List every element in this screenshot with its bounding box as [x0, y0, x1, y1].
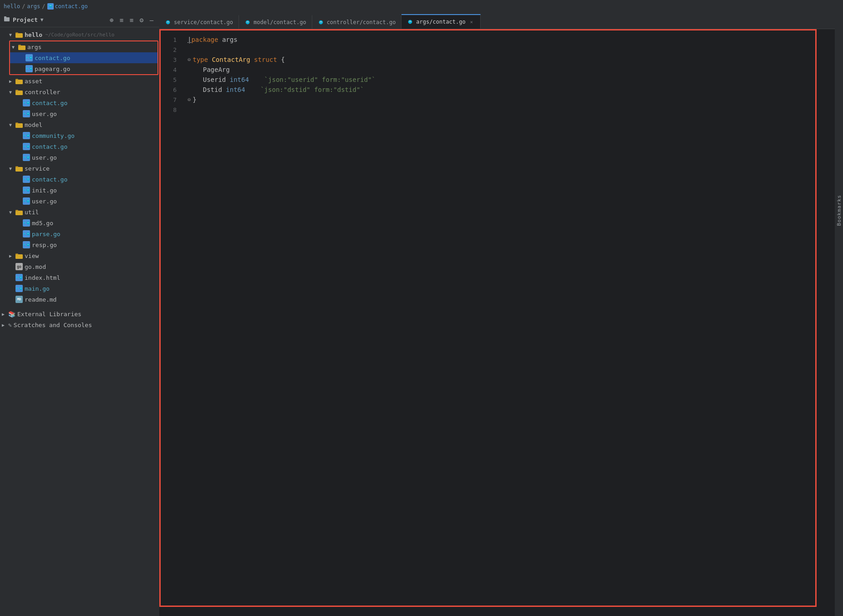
- tree-item-hello[interactable]: ▼ hello ~/Code/goRoot/src/hello: [0, 29, 159, 40]
- tool-sort[interactable]: ≡: [117, 16, 126, 24]
- tree-item-view[interactable]: ▶ view: [0, 250, 159, 261]
- args-label: args: [27, 44, 41, 50]
- svg-rect-23: [15, 79, 18, 80]
- svg-point-114: [408, 20, 412, 24]
- svg-point-52: [28, 157, 29, 157]
- code-line-4: PageArg: [188, 65, 835, 75]
- tree-item-main-go[interactable]: ▶ main.go: [0, 283, 159, 294]
- tree-item-index-html[interactable]: ▶ index.html: [0, 272, 159, 283]
- sidebar-dropdown-arrow[interactable]: ▼: [41, 17, 44, 23]
- svg-point-60: [26, 189, 29, 192]
- tree-item-readme-md[interactable]: ▶ MD readme.md: [0, 294, 159, 305]
- tree-item-contact-go-service[interactable]: ▶ contact.go: [0, 174, 159, 185]
- svg-point-118: [411, 21, 411, 22]
- tree-item-user-go-controller[interactable]: ▶ user.go: [0, 108, 159, 119]
- svg-point-42: [28, 135, 29, 136]
- kw-type: type: [193, 56, 212, 63]
- svg-point-26: [26, 101, 29, 104]
- tree-item-user-go-model[interactable]: ▶ user.go: [0, 152, 159, 163]
- tree-item-model[interactable]: ▼ model: [0, 119, 159, 130]
- tree-item-service[interactable]: ▼ service: [0, 163, 159, 174]
- fold-marker-close[interactable]: ⊖: [188, 96, 191, 103]
- tree-item-contact-go-model[interactable]: ▶ contact.go: [0, 141, 159, 152]
- open-brace: {: [281, 56, 284, 63]
- svg-point-41: [27, 135, 28, 136]
- tool-sort2[interactable]: ≡: [127, 16, 136, 24]
- breadcrumb-hello[interactable]: hello: [4, 3, 20, 10]
- code-line-7: ⊖}: [188, 95, 835, 105]
- svg-point-102: [167, 21, 168, 22]
- tool-settings[interactable]: ⚙: [137, 16, 146, 24]
- folder-icon-view: [15, 253, 23, 259]
- tree-item-md5-go[interactable]: ▶ md5.go: [0, 217, 159, 228]
- go-file-icon-init: [23, 187, 30, 194]
- svg-point-94: [19, 287, 22, 290]
- svg-point-93: [21, 277, 21, 278]
- breadcrumb-args[interactable]: args: [27, 3, 40, 10]
- svg-point-30: [28, 102, 29, 103]
- code-content[interactable]: |package args ⊖type ContactArg struct { …: [182, 29, 835, 616]
- expand-arrow-args: ▼: [12, 45, 18, 50]
- html-file-icon: [15, 274, 23, 281]
- tab-label-model-contact: model/contact.go: [254, 19, 306, 25]
- tree-item-controller[interactable]: ▼ controller: [0, 86, 159, 97]
- svg-point-29: [27, 102, 28, 103]
- tab-args-contact[interactable]: args/contact.go ×: [401, 14, 480, 29]
- tool-close[interactable]: —: [147, 16, 156, 24]
- fold-marker-struct[interactable]: ⊖: [188, 56, 191, 63]
- expand-arrow-controller: ▼: [9, 90, 15, 95]
- tree-item-parse-go[interactable]: ▶ parse.go: [0, 228, 159, 239]
- tree-item-external-libs[interactable]: ▶ 📚 External Libraries: [0, 308, 159, 319]
- tree-item-contact-go-args[interactable]: ▶ contact.go: [10, 52, 157, 63]
- code-line-2: [188, 45, 835, 55]
- tree-item-resp-go[interactable]: ▶ resp.go: [0, 239, 159, 250]
- svg-rect-9: [15, 32, 18, 34]
- tab-close-args-contact[interactable]: ×: [468, 19, 475, 25]
- svg-point-107: [247, 21, 247, 22]
- tree-item-init-go[interactable]: ▶ init.go: [0, 185, 159, 196]
- tree-item-scratches[interactable]: ▶ ✎ Scratches and Consoles: [0, 319, 159, 330]
- tree-item-args[interactable]: ▼ args: [10, 41, 157, 52]
- svg-point-99: [166, 20, 170, 24]
- user-go-model-label: user.go: [32, 154, 57, 161]
- readme-md-label: readme.md: [25, 296, 56, 303]
- tab-icon-controller-contact: [318, 19, 324, 25]
- tree-item-pagearg-go[interactable]: ▶ pagearg.go: [10, 63, 157, 74]
- svg-point-104: [246, 20, 250, 24]
- svg-rect-7: [4, 16, 6, 18]
- line-num-6: 6: [159, 85, 182, 95]
- tag-dstid: `json:"dstid" form:"dstid"`: [260, 86, 364, 93]
- controller-label: controller: [25, 89, 60, 96]
- tree-item-util[interactable]: ▼ util: [0, 207, 159, 217]
- go-file-icon-community: [23, 132, 30, 139]
- svg-point-92: [20, 277, 20, 278]
- go-file-icon-contact-args: [25, 54, 33, 61]
- svg-point-103: [168, 21, 169, 22]
- content-area: service/contact.go model/contact.go: [159, 13, 835, 616]
- svg-point-86: [28, 244, 29, 245]
- code-line-5: Userid int64 `json:"userid" form:"userid…: [188, 75, 835, 85]
- tab-controller-contact[interactable]: controller/contact.go: [312, 15, 402, 29]
- tree-item-go-mod[interactable]: ▶ go go.mod: [0, 261, 159, 272]
- tab-service-contact[interactable]: service/contact.go: [159, 15, 239, 29]
- svg-point-58: [27, 179, 28, 179]
- user-go-service-label: user.go: [32, 198, 57, 205]
- field-dstid: Dstid: [203, 86, 226, 93]
- tree-item-contact-go-controller[interactable]: ▶ contact.go: [0, 97, 159, 108]
- util-label: util: [25, 209, 39, 216]
- editor-area: 1 2 3 4 5 6 7 8 |package args ⊖type Co: [159, 29, 835, 616]
- tool-scope[interactable]: ⊕: [107, 16, 116, 24]
- svg-rect-71: [15, 210, 18, 211]
- svg-point-63: [27, 190, 28, 190]
- md-file-icon: MD: [15, 296, 23, 303]
- community-go-label: community.go: [32, 132, 75, 139]
- svg-point-77: [26, 232, 29, 235]
- svg-point-109: [319, 20, 323, 24]
- tree-item-community-go[interactable]: ▶ community.go: [0, 130, 159, 141]
- go-file-icon-md5: [23, 219, 30, 227]
- tree-item-user-go-service[interactable]: ▶ user.go: [0, 196, 159, 207]
- args-highlight-group: ▼ args ▶: [9, 40, 158, 75]
- tree-item-asset[interactable]: ▶ asset: [0, 76, 159, 86]
- tab-model-contact[interactable]: model/contact.go: [239, 15, 312, 29]
- svg-point-65: [26, 200, 29, 202]
